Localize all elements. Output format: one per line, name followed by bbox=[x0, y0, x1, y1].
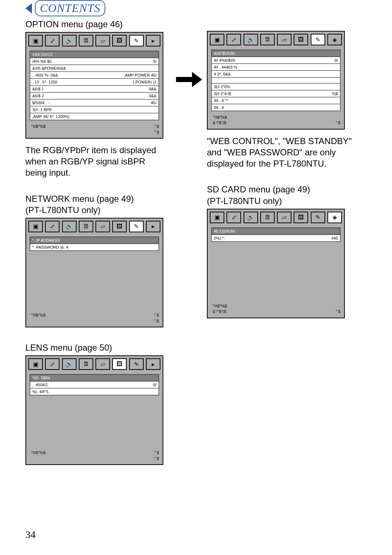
keystone-icon: ▱ bbox=[95, 35, 110, 46]
picture-icon: ▣ bbox=[28, 358, 43, 370]
audio-icon: 🔊 bbox=[244, 212, 258, 223]
picture-icon: ▣ bbox=[28, 221, 43, 232]
keystone-icon: ▱ bbox=[95, 358, 110, 370]
zoom-icon: ⤢ bbox=[45, 358, 60, 370]
next-icon: ▸ bbox=[146, 221, 160, 232]
zoom-icon: ⤢ bbox=[226, 212, 241, 223]
keystone-icon: ▱ bbox=[277, 212, 291, 223]
picture-icon: ▣ bbox=[210, 212, 224, 223]
page-number: 34 bbox=[25, 529, 36, 540]
contents-header[interactable]: CONTENTS bbox=[25, 0, 367, 16]
sd-footer: "!#$"%$ & !"$"($" $ bbox=[211, 303, 340, 315]
image-icon: 🖾 bbox=[294, 212, 308, 223]
option-rows: #43/:15#13 /4% %5 $50/ &3/5.&POWER/&& , … bbox=[30, 51, 159, 120]
network-footer: "!#$"%$" $ " $ bbox=[30, 313, 159, 324]
network-panel: ▣ ⤢ 🔊 🖺 ▱ 🖾 ✎ ▸ *. IP ADDRESS *. PASSWOR… bbox=[25, 218, 163, 327]
language-icon: 🖺 bbox=[79, 358, 93, 370]
sd-rows: 45:1)0563% 0%(,*:345 bbox=[211, 228, 340, 242]
keystone-icon: ▱ bbox=[277, 34, 291, 45]
option-footer: "!#$"%$" $ " $ bbox=[30, 124, 159, 135]
iconbar: ▣ ⤢ 🔊 🖺 ▱ 🖾 ✎ ▸ bbox=[26, 33, 163, 49]
contents-label: CONTENTS bbox=[35, 0, 105, 16]
audio-icon: 🔊 bbox=[62, 358, 77, 370]
lens-rows: *00. '0$64 , :4504/10/ %). 44*'5 bbox=[30, 374, 159, 395]
option-menu-section: OPTION menu (page 46) ▣ ⤢ 🔊 🖺 ▱ 🖾 ✎ ▸ bbox=[25, 19, 185, 179]
lens-menu-section: LENS menu (page 50) ▣ ⤢ 🔊 🖺 ▱ 🖾 ✎ ▸ bbox=[25, 342, 185, 465]
sd-menu-section: SD CARD menu (page 49) (PT-L780NTU only)… bbox=[207, 184, 367, 318]
language-icon: 🖺 bbox=[260, 34, 275, 45]
picture-icon: ▣ bbox=[210, 34, 224, 45]
image-icon: 🖾 bbox=[294, 34, 308, 45]
option-icon: ✎ bbox=[311, 212, 325, 223]
option-cont-caption: "WEB CONTROL", "WEB STANDBY" and "WEB PA… bbox=[207, 135, 367, 170]
network-heading: NETWORK menu (page 49) (PT-L780NTU only) bbox=[25, 193, 185, 216]
image-icon: 🖾 bbox=[112, 35, 127, 46]
network-rows: *. IP ADDRESS *. PASSWORD )5: 4 bbox=[30, 237, 159, 251]
picture-icon: ▣ bbox=[28, 35, 43, 46]
zoom-icon: ⤢ bbox=[226, 34, 241, 45]
option-icon: ✎ bbox=[129, 35, 144, 46]
network-icon: ✎ bbox=[129, 221, 144, 232]
next-icon: ▸ bbox=[146, 35, 160, 46]
option-caption: The RGB/YPbPr item is displayed when an … bbox=[25, 144, 185, 179]
option-cont-rows: 4#&"$0/530- 4# 4%6/$#90/ 4# . 44403 % 4 … bbox=[211, 50, 340, 111]
lens-heading: LENS menu (page 50) bbox=[25, 342, 185, 353]
lens-panel: ▣ ⤢ 🔊 🖺 ▱ 🖾 ✎ ▸ *00. '0$64 , :4504/10/ bbox=[25, 355, 163, 465]
audio-icon: 🔊 bbox=[244, 34, 258, 45]
option-cont-panel: ▣ ⤢ 🔊 🖺 ▱ 🖾 ✎ ◈ 4#&"$0/530- 4# 4%6/$#90/ bbox=[207, 31, 345, 130]
lens-icon: 🖾 bbox=[112, 358, 127, 370]
zoom-icon: ⤢ bbox=[45, 221, 60, 232]
audio-icon: 🔊 bbox=[62, 221, 77, 232]
language-icon: 🖺 bbox=[260, 212, 275, 223]
card-icon: ◈ bbox=[327, 212, 342, 223]
lens-footer: "!#$"%$" $ " $ bbox=[30, 450, 159, 461]
sd-panel: ▣ ⤢ 🔊 🖺 ▱ 🖾 ✎ ◈ 45:1)0563% 0%(,*:345 bbox=[207, 209, 345, 318]
option-cont-footer: "!#$"%$ & !"$"($" $ bbox=[211, 115, 340, 126]
network-menu-section: NETWORK menu (page 49) (PT-L780NTU only)… bbox=[25, 193, 185, 327]
option-icon: ✎ bbox=[311, 34, 325, 45]
option-cont-section: ▣ ⤢ 🔊 🖺 ▱ 🖾 ✎ ◈ 4#&"$0/530- 4# 4%6/$#90/ bbox=[207, 31, 367, 169]
arrow-left-icon bbox=[25, 3, 32, 13]
language-icon: 🖺 bbox=[79, 221, 93, 232]
option-menu-heading: OPTION menu (page 46) bbox=[25, 19, 185, 30]
image-icon: 🖾 bbox=[112, 221, 127, 232]
audio-icon: 🔊 bbox=[62, 35, 77, 46]
card-icon: ◈ bbox=[327, 34, 342, 45]
keystone-icon: ▱ bbox=[95, 221, 110, 232]
sd-heading: SD CARD menu (page 49) (PT-L780NTU only) bbox=[207, 184, 367, 206]
zoom-icon: ⤢ bbox=[45, 35, 60, 46]
language-icon: 🖺 bbox=[79, 35, 93, 46]
next-icon: ▸ bbox=[146, 358, 160, 370]
option-icon: ✎ bbox=[129, 358, 144, 370]
option-menu-panel: ▣ ⤢ 🔊 🖺 ▱ 🖾 ✎ ▸ #43/:15#13 /4% %5 $50/ bbox=[25, 32, 163, 139]
